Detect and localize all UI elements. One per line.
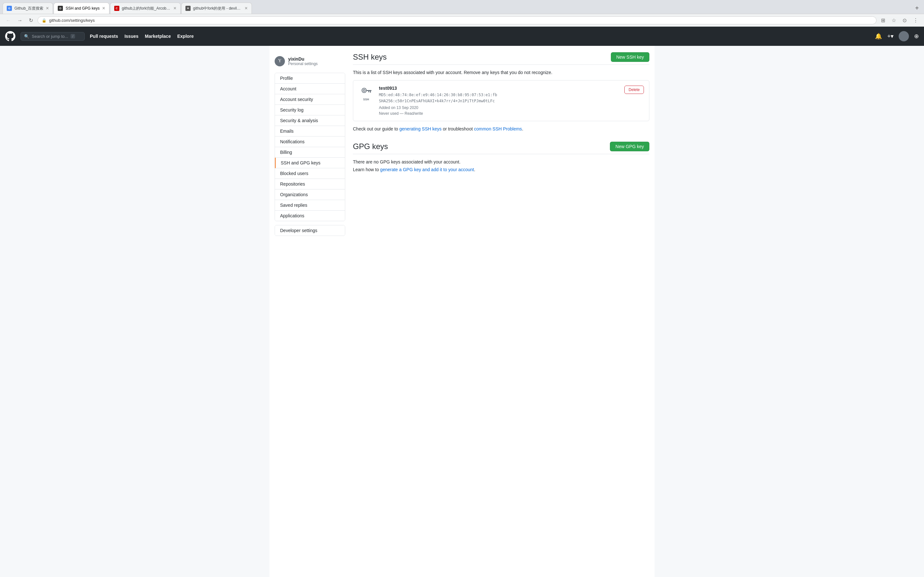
browser-nav: ← → ↻ 🔒 ⊞ ☆ ⊙ ⋮ bbox=[0, 14, 924, 27]
sidebar-developer-section: Developer settings bbox=[275, 225, 345, 236]
sidebar-item-account-security[interactable]: Account security bbox=[275, 94, 345, 105]
generate-gpg-key-link[interactable]: generate a GPG key and add it to your ac… bbox=[380, 167, 474, 172]
ssh-key-card: SSH test0913 MD5:ed:48:74:8e:ef:e9:46:14… bbox=[353, 80, 649, 121]
svg-rect-3 bbox=[370, 91, 371, 93]
tab-favicon: G bbox=[7, 6, 12, 11]
new-ssh-key-button[interactable]: New SSH key bbox=[611, 52, 649, 62]
tab-close[interactable]: × bbox=[102, 5, 105, 11]
nav-issues[interactable]: Issues bbox=[124, 34, 139, 39]
translate-icon[interactable]: ⊞ bbox=[879, 16, 887, 25]
search-icon: 🔍 bbox=[24, 34, 29, 39]
new-gpg-key-button[interactable]: New GPG key bbox=[610, 142, 649, 151]
sidebar-item-security-and-analysis[interactable]: Security & analysis bbox=[275, 115, 345, 126]
sidebar-item-account[interactable]: Account bbox=[275, 84, 345, 94]
sidebar-avatar bbox=[275, 56, 285, 66]
sidebar-item-profile[interactable]: Profile bbox=[275, 73, 345, 84]
sidebar-item-saved-replies[interactable]: Saved replies bbox=[275, 200, 345, 211]
gpg-section-header: GPG keys New GPG key bbox=[353, 142, 649, 154]
browser-tab-tab2[interactable]: ⊙ SSH and GPG keys × bbox=[53, 3, 109, 14]
tab-close[interactable]: × bbox=[46, 5, 49, 11]
nav-pull-requests[interactable]: Pull requests bbox=[90, 34, 118, 39]
new-tab-button[interactable]: + bbox=[913, 3, 921, 13]
sidebar-item-billing[interactable]: Billing bbox=[275, 147, 345, 158]
browser-tab-tab3[interactable]: C github上的fork功能_Arcobalenc... × bbox=[110, 3, 181, 14]
tab-title: github上的fork功能_Arcobalenc... bbox=[122, 6, 171, 11]
svg-point-1 bbox=[363, 89, 365, 91]
gpg-title: GPG keys bbox=[353, 142, 388, 151]
nav-marketplace[interactable]: Marketplace bbox=[145, 34, 171, 39]
search-shortcut: / bbox=[71, 34, 75, 39]
header-actions: 🔔 +▾ ⊕ bbox=[875, 31, 919, 41]
gpg-learn-text: Learn how to generate a GPG key and add … bbox=[353, 167, 649, 172]
ssh-label: SSH bbox=[363, 98, 369, 101]
sidebar-nav: ProfileAccountAccount securitySecurity l… bbox=[275, 73, 345, 221]
github-nav: Pull requests Issues Marketplace Explore bbox=[90, 34, 870, 39]
sidebar-item-notifications[interactable]: Notifications bbox=[275, 137, 345, 147]
svg-point-0 bbox=[362, 88, 367, 93]
sidebar-item-security-log[interactable]: Security log bbox=[275, 105, 345, 115]
tab-close[interactable]: × bbox=[173, 5, 176, 11]
ssh-key-md5: MD5:ed:48:74:8e:ef:e9:46:14:26:30:b8:95:… bbox=[379, 92, 619, 98]
sidebar-item-ssh-and-gpg-keys[interactable]: SSH and GPG keys bbox=[275, 158, 345, 168]
generating-ssh-keys-link[interactable]: generating SSH keys bbox=[399, 126, 442, 131]
main-layout: yixinDu Personal settings ProfileAccount… bbox=[270, 46, 654, 577]
notifications-icon[interactable]: 🔔 bbox=[875, 33, 882, 40]
tab-favicon: ⊙ bbox=[58, 6, 63, 11]
global-nav-icon[interactable]: ⊕ bbox=[914, 33, 919, 40]
tab-title: github中fork的使用 - devilwind... bbox=[193, 6, 242, 11]
sidebar-item-repositories[interactable]: Repositories bbox=[275, 179, 345, 189]
ssh-key-info: test0913 MD5:ed:48:74:8e:ef:e9:46:14:26:… bbox=[379, 85, 619, 116]
tab-title: SSH and GPG keys bbox=[65, 6, 99, 11]
github-logo bbox=[5, 31, 15, 41]
sidebar-item-developer-settings[interactable]: Developer settings bbox=[275, 226, 345, 235]
sidebar-username: yixinDu bbox=[288, 56, 318, 61]
browser-chrome: G Github_百度搜索 × ⊙ SSH and GPG keys × C g… bbox=[0, 0, 924, 27]
reload-button[interactable]: ↻ bbox=[27, 16, 35, 25]
forward-button[interactable]: → bbox=[15, 16, 24, 25]
back-button[interactable]: ← bbox=[4, 16, 13, 25]
sidebar-user-info: yixinDu Personal settings bbox=[288, 56, 318, 66]
browser-tab-tab4[interactable]: ✦ github中fork的使用 - devilwind... × bbox=[181, 3, 252, 14]
ssh-guide-text: Check out our guide to generating SSH ke… bbox=[353, 126, 649, 131]
tab-favicon: C bbox=[114, 6, 120, 11]
url-input[interactable] bbox=[49, 18, 872, 23]
sidebar-item-blocked-users[interactable]: Blocked users bbox=[275, 168, 345, 179]
browser-tab-tab1[interactable]: G Github_百度搜索 × bbox=[3, 3, 53, 14]
gpg-empty-text: There are no GPG keys associated with yo… bbox=[353, 159, 649, 164]
sidebar-item-organizations[interactable]: Organizations bbox=[275, 189, 345, 200]
lock-icon: 🔒 bbox=[42, 18, 47, 23]
ssh-description: This is a list of SSH keys associated wi… bbox=[353, 70, 649, 75]
tab-favicon: ✦ bbox=[186, 6, 191, 11]
common-ssh-problems-link[interactable]: common SSH Problems bbox=[474, 126, 522, 131]
sidebar-item-emails[interactable]: Emails bbox=[275, 126, 345, 137]
svg-rect-2 bbox=[367, 90, 372, 91]
sidebar-subtitle: Personal settings bbox=[288, 61, 318, 66]
nav-explore[interactable]: Explore bbox=[177, 34, 194, 39]
svg-rect-4 bbox=[368, 91, 369, 92]
tab-close[interactable]: × bbox=[244, 5, 247, 11]
user-avatar[interactable] bbox=[899, 31, 909, 41]
address-bar[interactable]: 🔒 bbox=[37, 16, 877, 24]
delete-ssh-key-button[interactable]: Delete bbox=[624, 85, 644, 94]
gpg-section: GPG keys New GPG key There are no GPG ke… bbox=[353, 142, 649, 172]
tab-title: Github_百度搜索 bbox=[15, 6, 43, 11]
github-header: 🔍 Search or jump to... / Pull requests I… bbox=[0, 27, 924, 46]
ssh-key-added-date: Added on 13 Sep 2020 bbox=[379, 105, 619, 110]
menu-icon[interactable]: ⋮ bbox=[911, 16, 920, 25]
bookmark-icon[interactable]: ☆ bbox=[890, 16, 898, 25]
search-placeholder: Search or jump to... bbox=[32, 34, 68, 39]
ssh-section-header: SSH keys New SSH key bbox=[353, 52, 649, 65]
ssh-title: SSH keys bbox=[353, 53, 387, 61]
sidebar-item-applications[interactable]: Applications bbox=[275, 211, 345, 221]
ssh-key-usage: Never used — Read/write bbox=[379, 111, 619, 116]
ssh-key-sha256: SHA256:c50r1CnPEsAFhUAXI+k4k7rr/4+Jn1PiT… bbox=[379, 98, 619, 104]
search-box[interactable]: 🔍 Search or jump to... / bbox=[21, 32, 85, 41]
sidebar: yixinDu Personal settings ProfileAccount… bbox=[275, 52, 345, 577]
browser-tabs: G Github_百度搜索 × ⊙ SSH and GPG keys × C g… bbox=[0, 0, 924, 14]
ssh-key-name: test0913 bbox=[379, 85, 619, 91]
nav-actions: ⊞ ☆ ⊙ ⋮ bbox=[879, 16, 920, 25]
sidebar-user: yixinDu Personal settings bbox=[275, 52, 345, 70]
profile-icon[interactable]: ⊙ bbox=[901, 16, 909, 25]
ssh-section: SSH keys New SSH key This is a list of S… bbox=[353, 52, 649, 131]
new-item-button[interactable]: +▾ bbox=[887, 33, 893, 40]
